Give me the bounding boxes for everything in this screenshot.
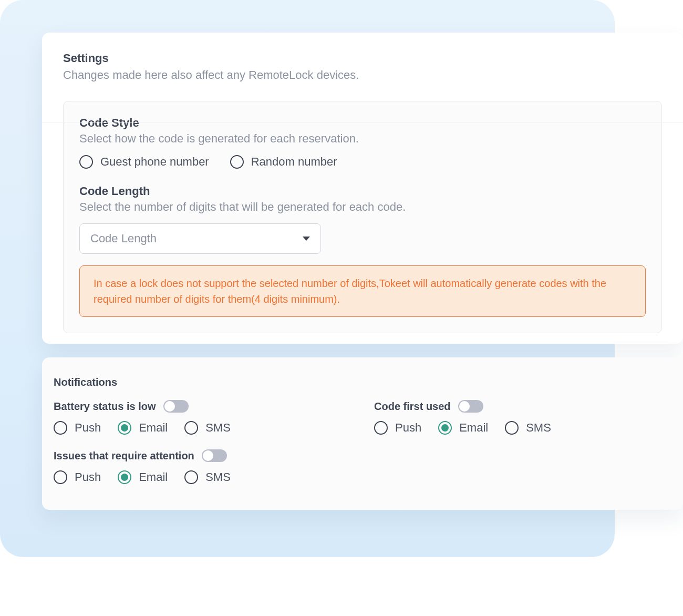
- code-length-alert: In case a lock does not support the sele…: [79, 265, 646, 317]
- radio-label: SMS: [205, 470, 231, 484]
- radio-icon: [118, 470, 131, 484]
- radio-email[interactable]: Email: [438, 421, 488, 435]
- toggle-knob: [164, 401, 175, 412]
- code-style-options: Guest phone number Random number: [79, 155, 646, 169]
- channel-row: Push Email SMS: [54, 470, 374, 484]
- notifications-title: Notifications: [54, 376, 671, 388]
- radio-random-number[interactable]: Random number: [230, 155, 337, 169]
- radio-label: Push: [395, 421, 421, 435]
- settings-panel: Settings Changes made here also affect a…: [42, 33, 683, 344]
- notification-item-battery-low: Battery status is low Push Email SMS: [54, 400, 374, 435]
- radio-label: SMS: [205, 421, 231, 435]
- radio-email[interactable]: Email: [118, 421, 168, 435]
- settings-title: Settings: [63, 52, 662, 65]
- code-style-subtitle: Select how the code is generated for eac…: [79, 132, 646, 146]
- notification-item-code-first-used: Code first used Push Email SMS: [374, 400, 671, 435]
- toggle-issues[interactable]: [202, 449, 227, 462]
- toggle-battery-low[interactable]: [163, 400, 189, 413]
- radio-label: Email: [139, 470, 168, 484]
- toggle-code-first-used[interactable]: [458, 400, 483, 413]
- radio-icon: [505, 421, 519, 435]
- notification-item-title: Issues that require attention: [54, 450, 194, 462]
- radio-email[interactable]: Email: [118, 470, 168, 484]
- notification-item-issues: Issues that require attention Push Email…: [54, 449, 374, 484]
- code-length-select[interactable]: Code Length: [79, 223, 321, 254]
- notification-item-title: Battery status is low: [54, 401, 156, 413]
- radio-icon: [79, 155, 93, 169]
- channel-row: Push Email SMS: [54, 421, 374, 435]
- radio-icon: [230, 155, 244, 169]
- radio-icon: [184, 421, 198, 435]
- radio-label: Random number: [251, 155, 337, 169]
- radio-sms[interactable]: SMS: [184, 470, 231, 484]
- radio-icon: [438, 421, 452, 435]
- radio-push[interactable]: Push: [54, 470, 101, 484]
- notifications-grid: Battery status is low Push Email SMS: [54, 400, 671, 484]
- radio-label: Push: [75, 470, 101, 484]
- radio-sms[interactable]: SMS: [184, 421, 231, 435]
- radio-icon: [374, 421, 388, 435]
- radio-icon: [54, 470, 67, 484]
- notifications-panel: Notifications Battery status is low Push…: [42, 357, 683, 510]
- radio-push[interactable]: Push: [54, 421, 101, 435]
- code-length-subtitle: Select the number of digits that will be…: [79, 200, 646, 214]
- radio-icon: [184, 470, 198, 484]
- radio-icon: [54, 421, 67, 435]
- divider: [42, 122, 683, 122]
- toggle-knob: [203, 450, 213, 461]
- radio-icon: [118, 421, 131, 435]
- channel-row: Push Email SMS: [374, 421, 671, 435]
- select-placeholder: Code Length: [90, 232, 157, 245]
- radio-label: Email: [139, 421, 168, 435]
- radio-label: SMS: [526, 421, 551, 435]
- radio-push[interactable]: Push: [374, 421, 421, 435]
- radio-label: Guest phone number: [100, 155, 209, 169]
- code-style-title: Code Style: [79, 116, 646, 130]
- code-length-title: Code Length: [79, 184, 646, 198]
- chevron-down-icon: [303, 237, 310, 241]
- code-settings-card: Code Style Select how the code is genera…: [63, 101, 662, 333]
- settings-subtitle: Changes made here also affect any Remote…: [63, 68, 662, 82]
- radio-sms[interactable]: SMS: [505, 421, 551, 435]
- radio-label: Email: [459, 421, 488, 435]
- radio-label: Push: [75, 421, 101, 435]
- radio-guest-phone-number[interactable]: Guest phone number: [79, 155, 209, 169]
- notification-item-title: Code first used: [374, 401, 451, 413]
- toggle-knob: [459, 401, 470, 412]
